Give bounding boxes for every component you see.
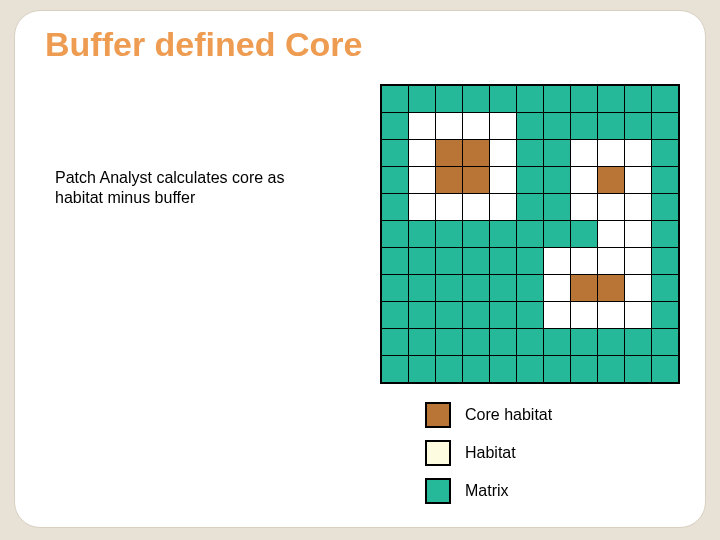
grid-cell xyxy=(436,302,462,328)
grid-cell xyxy=(598,167,624,193)
grid-cell xyxy=(517,275,543,301)
grid-cell xyxy=(544,194,570,220)
grid-cell xyxy=(517,194,543,220)
grid-cell xyxy=(409,167,435,193)
grid-cell xyxy=(571,248,597,274)
grid-cell xyxy=(490,167,516,193)
grid-cell xyxy=(598,329,624,355)
grid-cell xyxy=(571,86,597,112)
grid-cell xyxy=(598,356,624,382)
grid-cell xyxy=(409,356,435,382)
swatch-habitat-icon xyxy=(425,440,451,466)
grid-cell xyxy=(571,113,597,139)
grid-cell xyxy=(409,248,435,274)
grid-cell xyxy=(598,86,624,112)
grid-cell xyxy=(463,275,489,301)
grid-cell xyxy=(544,167,570,193)
grid-cell xyxy=(382,329,408,355)
grid-cell xyxy=(436,248,462,274)
grid-cell xyxy=(490,329,516,355)
grid-cell xyxy=(463,140,489,166)
legend-row-matrix: Matrix xyxy=(425,478,552,504)
grid-cell xyxy=(409,86,435,112)
grid-cell xyxy=(598,140,624,166)
grid-cell xyxy=(463,113,489,139)
grid-cell xyxy=(517,356,543,382)
grid-cell xyxy=(652,356,678,382)
grid-cell xyxy=(652,302,678,328)
grid-cell xyxy=(652,86,678,112)
grid-cell xyxy=(490,140,516,166)
legend-row-core: Core habitat xyxy=(425,402,552,428)
slide-card: Buffer defined Core Patch Analyst calcul… xyxy=(14,10,706,528)
grid-cell xyxy=(598,275,624,301)
grid-cell xyxy=(382,248,408,274)
grid-cell xyxy=(463,167,489,193)
grid-cell xyxy=(409,194,435,220)
grid-cell xyxy=(625,194,651,220)
grid-cell xyxy=(517,140,543,166)
grid-cell xyxy=(652,167,678,193)
legend: Core habitat Habitat Matrix xyxy=(425,402,552,504)
legend-label-core: Core habitat xyxy=(465,406,552,424)
grid-cell xyxy=(436,329,462,355)
grid-cell xyxy=(382,140,408,166)
slide-content: Patch Analyst calculates core as habitat… xyxy=(45,64,675,504)
grid-cell xyxy=(436,356,462,382)
grid-cell xyxy=(409,275,435,301)
grid-cell xyxy=(490,194,516,220)
grid-cell xyxy=(517,329,543,355)
grid-cell xyxy=(517,302,543,328)
grid-cell xyxy=(625,248,651,274)
grid-cell xyxy=(571,329,597,355)
swatch-core-icon xyxy=(425,402,451,428)
grid-cell xyxy=(463,356,489,382)
grid-cell xyxy=(490,221,516,247)
grid-cell xyxy=(409,140,435,166)
grid-cell xyxy=(517,248,543,274)
grid-cell xyxy=(625,356,651,382)
grid-cell xyxy=(544,302,570,328)
grid-cell xyxy=(571,356,597,382)
grid-cell xyxy=(571,167,597,193)
grid-cell xyxy=(463,248,489,274)
grid-cell xyxy=(571,275,597,301)
grid-cell xyxy=(436,86,462,112)
grid-cell xyxy=(463,302,489,328)
grid-cell xyxy=(571,302,597,328)
grid-cell xyxy=(382,113,408,139)
grid-cell xyxy=(625,275,651,301)
grid-cell xyxy=(436,113,462,139)
grid-cell xyxy=(625,221,651,247)
grid-cell xyxy=(598,194,624,220)
grid-cell xyxy=(652,221,678,247)
legend-label-matrix: Matrix xyxy=(465,482,509,500)
swatch-matrix-icon xyxy=(425,478,451,504)
grid-cell xyxy=(463,329,489,355)
grid-cell xyxy=(517,86,543,112)
grid-cell xyxy=(463,221,489,247)
grid-cell xyxy=(490,248,516,274)
grid-cell xyxy=(436,167,462,193)
grid-cell xyxy=(571,140,597,166)
grid-cell xyxy=(598,302,624,328)
grid-cell xyxy=(382,221,408,247)
grid-cell xyxy=(625,329,651,355)
grid-cell xyxy=(625,140,651,166)
grid-cell xyxy=(409,329,435,355)
grid-cell xyxy=(409,113,435,139)
grid-cell xyxy=(652,113,678,139)
grid-cell xyxy=(517,113,543,139)
slide-title: Buffer defined Core xyxy=(45,25,675,64)
grid-cell xyxy=(625,113,651,139)
grid-cell xyxy=(625,167,651,193)
grid-cell xyxy=(463,86,489,112)
grid-cell xyxy=(544,113,570,139)
grid-cell xyxy=(598,248,624,274)
grid-cell xyxy=(490,356,516,382)
grid-cell xyxy=(544,329,570,355)
grid-cell xyxy=(652,194,678,220)
grid-cell xyxy=(409,302,435,328)
grid-cell xyxy=(436,194,462,220)
habitat-grid xyxy=(380,84,680,384)
